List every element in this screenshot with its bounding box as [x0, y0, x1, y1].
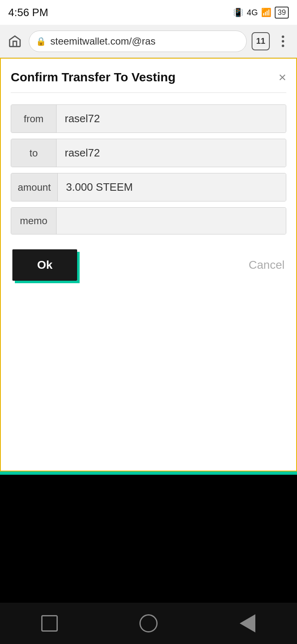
nav-home-button[interactable] [132, 611, 165, 636]
cancel-button[interactable]: Cancel [249, 258, 285, 272]
nav-triangle-icon [240, 614, 255, 632]
nav-recents-button[interactable] [231, 611, 264, 636]
ok-button[interactable]: Ok [12, 249, 77, 281]
from-value: rasel72 [57, 105, 286, 133]
dialog-header: Confirm Transfer To Vesting × [11, 70, 286, 84]
memo-field-row: memo [11, 207, 286, 234]
browser-bar: 🔒 steemitwallet.com/@ras 11 [0, 25, 297, 58]
tab-count-button[interactable]: 11 [252, 32, 270, 50]
menu-dot [282, 36, 284, 38]
lock-icon: 🔒 [36, 36, 46, 46]
signal-icon: 4G [247, 8, 258, 17]
teal-accent-bar [0, 471, 297, 475]
to-value: rasel72 [57, 139, 286, 167]
status-icons: 📳 4G 📶 39 [233, 7, 289, 19]
network-icon: 📶 [261, 7, 271, 17]
close-button[interactable]: × [278, 71, 286, 84]
menu-button[interactable] [275, 32, 291, 50]
from-field-row: from rasel72 [11, 104, 286, 133]
amount-label: amount [11, 173, 58, 201]
menu-dot [282, 45, 284, 47]
to-field-row: to rasel72 [11, 139, 286, 167]
black-area [0, 475, 297, 603]
memo-value[interactable] [57, 208, 286, 234]
content-area: Confirm Transfer To Vesting × from rasel… [0, 58, 297, 471]
vibrate-icon: 📳 [233, 7, 243, 17]
nav-square-icon [41, 615, 58, 632]
nav-back-button[interactable] [33, 611, 66, 636]
status-bar: 4:56 PM 📳 4G 📶 39 [0, 0, 297, 25]
memo-label: memo [11, 208, 57, 234]
header-divider [11, 92, 286, 93]
confirm-dialog: Confirm Transfer To Vesting × from rasel… [1, 59, 296, 297]
empty-space [1, 297, 296, 471]
to-label: to [11, 139, 57, 167]
menu-dot [282, 40, 284, 43]
status-time: 4:56 PM [8, 6, 48, 19]
address-bar[interactable]: 🔒 steemitwallet.com/@ras [29, 31, 247, 52]
nav-circle-icon [139, 614, 158, 632]
from-label: from [11, 105, 57, 133]
battery-icon: 39 [275, 7, 289, 19]
dialog-title: Confirm Transfer To Vesting [11, 70, 176, 84]
nav-bar [0, 603, 297, 644]
amount-field-row: amount 3.000 STEEM [11, 173, 286, 201]
buttons-row: Ok Cancel [11, 249, 286, 281]
amount-value: 3.000 STEEM [58, 173, 286, 201]
home-button[interactable] [6, 32, 24, 50]
url-text: steemitwallet.com/@ras [50, 36, 240, 47]
